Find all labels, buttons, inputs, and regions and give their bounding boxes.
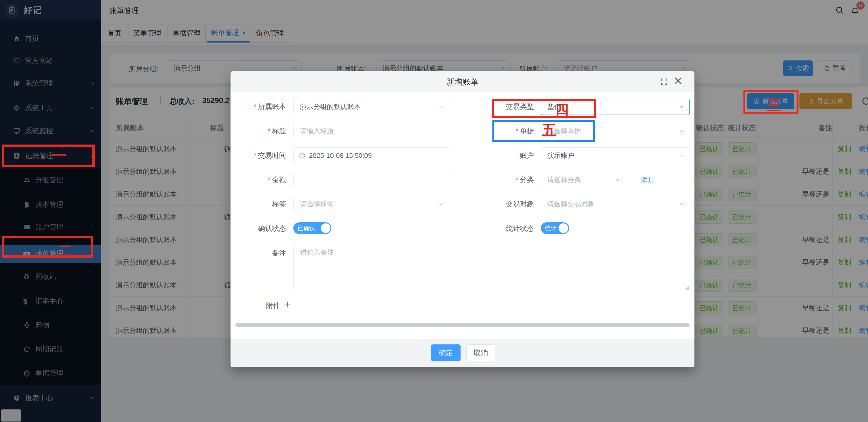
title-input[interactable]: 请输入标题 (293, 123, 449, 139)
chevron-down-icon (679, 153, 685, 159)
field-label-remark: 备注 (230, 249, 286, 258)
select-placeholder: 请选择分类 (547, 175, 581, 185)
chevron-down-icon (679, 104, 685, 110)
textarea-placeholder: 请输入备注 (300, 248, 334, 257)
field-label-category: *分类 (472, 175, 534, 185)
select-value: 演示分组的默认账本 (300, 102, 361, 111)
resize-handle[interactable] (685, 286, 689, 290)
select-placeholder: 请选择标签 (300, 199, 334, 208)
clock-icon (299, 152, 306, 159)
toggle-label: 已确认 (298, 224, 315, 232)
datetime-value: 2025-10-08 15:50:09 (309, 152, 372, 160)
form-row-4: *金额 *分类 请选择分类 添加 (230, 172, 694, 188)
select-placeholder: 请选择交易对象 (547, 199, 594, 208)
modal-title: 新增账单 (230, 77, 694, 87)
form-row-attachment: 附件 + (230, 301, 694, 311)
annotation-marker-2: 二 (58, 241, 72, 261)
chevron-down-icon (438, 201, 444, 207)
field-label-stats-status: 统计状态 (472, 224, 534, 233)
field-label-amount: *金额 (230, 175, 286, 185)
field-label-attachment: 附件 (230, 301, 280, 311)
toggle-knob (321, 223, 331, 233)
input-placeholder: 请输入标题 (300, 126, 334, 136)
chevron-down-icon (614, 177, 620, 183)
book-select[interactable]: 演示分组的默认账本 (293, 99, 449, 115)
field-label-book: *所属账本 (230, 102, 286, 112)
form-row-3: *交易时间 2025-10-08 15:50:09 账户 演示账户 (230, 147, 694, 164)
annotation-marker-5: 五 (542, 121, 556, 140)
counterparty-select[interactable]: 请选择交易对象 (541, 196, 690, 212)
toggle-knob (559, 223, 568, 233)
remark-textarea[interactable]: 请输入备注 (293, 244, 690, 291)
field-label-counterparty: 交易对象 (472, 199, 534, 209)
toggle-label: 统计 (545, 224, 557, 232)
annotation-marker-3: 三 (767, 96, 781, 115)
modal-header: 新增账单 ✕ (230, 71, 694, 92)
confirm-button[interactable]: 确定 (431, 344, 461, 361)
cancel-button[interactable]: 取消 (466, 344, 495, 361)
trade-time-picker[interactable]: 2025-10-08 15:50:09 (293, 147, 449, 164)
horizontal-scrollbar[interactable] (235, 323, 690, 327)
chevron-down-icon (438, 104, 444, 110)
account-select[interactable]: 演示账户 (541, 147, 690, 164)
form-row-1: *所属账本 演示分组的默认账本 交易类型 垫付 (230, 99, 694, 115)
select-value: 演示账户 (547, 151, 574, 160)
tag-select[interactable]: 请选择标签 (293, 196, 449, 212)
chevron-down-icon (679, 128, 685, 134)
field-label-account: 账户 (472, 151, 534, 161)
annotation-marker-1: 一 (52, 145, 67, 166)
annotation-marker-4: 四 (555, 101, 569, 119)
add-category-link[interactable]: 添加 (641, 175, 655, 185)
form-row-2: *标题 请输入标题 *单据 请选择单据 (230, 123, 694, 139)
fullscreen-icon[interactable] (660, 78, 668, 86)
form-row-toggles: 确认状态 已确认 统计状态 统计 (230, 222, 694, 234)
modal-footer: 确定 取消 (230, 339, 694, 367)
add-attachment-button[interactable]: + (285, 300, 290, 310)
form-row-remark: 备注 请输入备注 (230, 244, 694, 291)
field-label-title: *标题 (230, 126, 286, 136)
add-bill-modal: 新增账单 ✕ *所属账本 演示分组的默认账本 交易类型 垫付 *标题 请输入标题… (230, 71, 694, 367)
app-root: 好记 首页 官方网站 系统管理 ⚙ 系统工具 系统监控 记账管理 (0, 0, 868, 422)
category-select[interactable]: 请选择分类 (541, 172, 625, 188)
chevron-down-icon (679, 201, 685, 207)
field-label-tag: 标签 (230, 199, 286, 209)
amount-input[interactable] (293, 172, 449, 188)
confirm-status-toggle[interactable]: 已确认 (293, 222, 332, 234)
field-label-confirm-status: 确认状态 (230, 224, 286, 233)
annotation-box-trade-type (492, 99, 596, 118)
field-label-time: *交易时间 (230, 151, 286, 161)
annotation-box-bill-mgmt (2, 236, 93, 258)
close-icon[interactable]: ✕ (673, 74, 683, 88)
form-row-5: 标签 请选择标签 交易对象 请选择交易对象 (230, 196, 694, 212)
stats-status-toggle[interactable]: 统计 (541, 222, 569, 234)
annotation-box-bookkeeping (2, 144, 95, 167)
